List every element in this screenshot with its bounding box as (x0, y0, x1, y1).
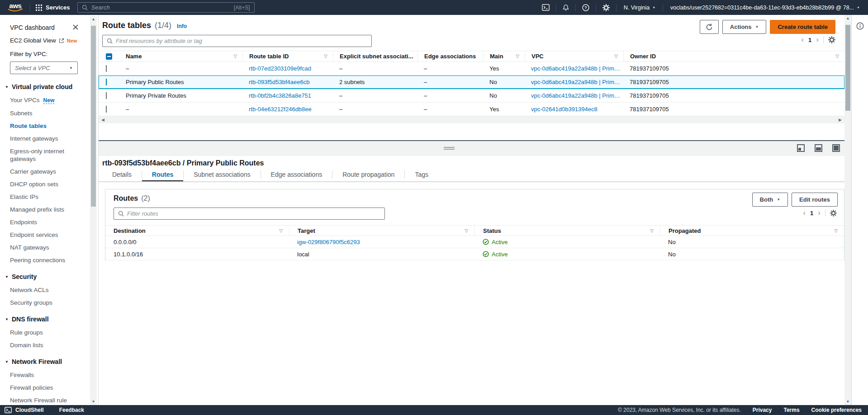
sidebar-item-vpc-dashboard[interactable]: VPC dashboard (10, 24, 55, 31)
drag-handle[interactable] (444, 147, 455, 150)
previous-page-icon[interactable]: ‹ (801, 37, 804, 43)
sidebar-item-managed-prefix-lists[interactable]: Managed prefix lists (10, 206, 82, 213)
sidebar-item-internet-gateways[interactable]: Internet gateways (10, 135, 82, 142)
filter-icon[interactable]: ▽ (834, 228, 838, 233)
page-scrollbar-thumb[interactable] (845, 25, 850, 111)
sidebar-item-endpoint-services[interactable]: Endpoint services (10, 231, 82, 239)
vpc-link[interactable]: vpc-0d6abc419a22a948b | Prim… (531, 65, 620, 72)
page-number[interactable]: 1 (808, 37, 811, 43)
section-security[interactable]: ▼ Security (5, 273, 98, 280)
filter-icon[interactable]: ▽ (614, 54, 618, 59)
route-table-id-link[interactable]: rtb-07ed2303109e9fcad (249, 65, 311, 72)
vpc-link[interactable]: vpc-0d6abc419a22a948b | Prim… (531, 79, 620, 85)
filter-icon[interactable]: ▽ (465, 228, 468, 233)
settings-gear-icon[interactable] (601, 4, 612, 11)
section-virtual-private-cloud[interactable]: ▼ Virtual private cloud (5, 83, 98, 90)
routes-filter-input[interactable] (127, 210, 380, 217)
close-icon[interactable]: ✕ (72, 24, 79, 31)
aws-logo[interactable]: aws (6, 3, 24, 12)
vpc-filter-select[interactable]: Select a VPC ▼ (10, 61, 78, 74)
column-name[interactable]: Name (126, 53, 142, 60)
scroll-up-icon[interactable]: ▲ (844, 16, 851, 20)
sidebar-item-network-acls[interactable]: Network ACLs (10, 286, 82, 294)
sidebar-item-peering-connections[interactable]: Peering connections (10, 256, 82, 264)
sidebar-item-ec2-global-view[interactable]: EC2 Global View New (10, 37, 98, 44)
cloudshell-icon[interactable] (540, 4, 551, 11)
filter-icon[interactable]: ▽ (324, 54, 327, 59)
routes-filter-box[interactable] (114, 208, 385, 220)
next-page-icon[interactable]: › (818, 210, 821, 216)
both-filter-dropdown[interactable]: Both ▼ (752, 193, 788, 207)
info-link[interactable]: Info (177, 23, 187, 29)
sidebar-item-route-tables[interactable]: Route tables (10, 122, 82, 130)
column-main[interactable]: Main (490, 53, 503, 60)
table-row[interactable]: – rtb-07ed2303109e9fcad – – Yes vpc-0d6a… (99, 62, 844, 75)
column-explicit-subnet-associations[interactable]: Explicit subnet associati... (340, 53, 413, 60)
route-row[interactable]: 10.1.0.0/16 local Active No (105, 248, 844, 260)
table-row[interactable]: – rtb-04e63212f246db8ee – – Yes vpc-0264… (99, 103, 844, 116)
sidebar-item-subnets[interactable]: Subnets (10, 109, 82, 117)
sidebar-item-rule-groups[interactable]: Rule groups (10, 329, 82, 336)
layout-bottom-left-icon[interactable] (797, 144, 805, 152)
layout-bottom-panel-icon[interactable] (815, 144, 822, 152)
scroll-right-icon[interactable]: ▶ (839, 118, 842, 122)
notifications-bell-icon[interactable] (561, 4, 571, 11)
tab-edge-associations[interactable]: Edge associations (261, 168, 332, 181)
resource-filter-box[interactable] (102, 35, 372, 47)
privacy-link[interactable]: Privacy (753, 407, 772, 413)
vpc-link[interactable]: vpc-02641d0b391394ec8 (531, 106, 598, 113)
sidebar-item-nat-gateways[interactable]: NAT gateways (10, 244, 82, 251)
tab-route-propagation[interactable]: Route propagation (332, 168, 404, 181)
column-propagated[interactable]: Propagated (669, 227, 701, 234)
row-checkbox[interactable] (106, 92, 107, 99)
tab-tags[interactable]: Tags (405, 168, 438, 181)
target-link[interactable]: igw-029f806790f5c6293 (297, 239, 360, 245)
filter-icon[interactable]: ▽ (835, 54, 839, 59)
refresh-button[interactable] (700, 20, 719, 34)
section-dns-firewall[interactable]: ▼ DNS firewall (5, 316, 98, 323)
sidebar-item-domain-lists[interactable]: Domain lists (10, 341, 82, 349)
sidebar-item-firewalls[interactable]: Firewalls (10, 371, 82, 379)
column-status[interactable]: Status (483, 227, 501, 234)
column-owner-id[interactable]: Owner ID (630, 53, 656, 60)
row-checkbox[interactable] (106, 65, 107, 72)
column-route-table-id[interactable]: Route table ID (249, 53, 289, 60)
cloudshell-icon[interactable] (5, 407, 12, 413)
scroll-up-icon[interactable]: ▲ (90, 17, 97, 21)
preferences-gear-icon[interactable] (830, 210, 837, 217)
column-destination[interactable]: Destination (114, 227, 146, 234)
page-scrollbar[interactable]: ▲ ▼ (844, 15, 851, 405)
route-table-id-link[interactable]: rtb-0bf2b4c3826a8e751 (249, 92, 311, 99)
edit-routes-button[interactable]: Edit routes (792, 193, 838, 207)
select-all-checkbox[interactable] (106, 53, 112, 60)
region-selector[interactable]: N. Virginia ▼ (621, 5, 658, 11)
scroll-down-icon[interactable]: ▼ (844, 400, 851, 404)
sidebar-item-egress-only-internet-gateways[interactable]: Egress-only internet gateways (10, 147, 82, 163)
horizontal-scrollbar[interactable]: ◀ ▶ (99, 116, 844, 123)
sidebar-item-your-vpcs[interactable]: Your VPCsNew (10, 96, 82, 104)
route-row[interactable]: 0.0.0.0/0 igw-029f806790f5c6293 Active N… (105, 236, 844, 248)
route-table-id-link[interactable]: rtb-093f5d53bf4aee6cb (249, 79, 309, 85)
tab-subnet-associations[interactable]: Subnet associations (184, 168, 260, 181)
global-search-input[interactable] (91, 4, 230, 11)
filter-icon[interactable]: ▽ (279, 228, 283, 233)
help-icon[interactable]: ? (580, 4, 591, 11)
sidebar-item-elastic-ips[interactable]: Elastic IPs (10, 193, 82, 201)
services-menu[interactable]: Services (36, 4, 70, 11)
row-checkbox[interactable] (106, 106, 107, 113)
resource-filter-input[interactable] (116, 38, 367, 44)
terms-link[interactable]: Terms (783, 407, 799, 413)
page-number[interactable]: 1 (810, 210, 813, 217)
filter-icon[interactable]: ▽ (650, 228, 654, 233)
feedback-link[interactable]: Feedback (59, 407, 84, 413)
sidebar-item-dhcp-option-sets[interactable]: DHCP option sets (10, 180, 82, 188)
table-row[interactable]: Primary Private Routes rtb-0bf2b4c3826a8… (99, 89, 844, 103)
scroll-left-icon[interactable]: ◀ (101, 118, 104, 122)
cookie-preferences-link[interactable]: Cookie preferences (811, 407, 862, 413)
sidebar-item-endpoints[interactable]: Endpoints (10, 218, 82, 226)
vpc-link[interactable]: vpc-0d6abc419a22a948b | Prim… (531, 92, 620, 99)
preferences-gear-icon[interactable] (828, 36, 835, 43)
sidebar-item-security-groups[interactable]: Security groups (10, 299, 82, 307)
cloudshell-link[interactable]: CloudShell (15, 407, 44, 413)
create-route-table-button[interactable]: Create route table (770, 20, 835, 34)
